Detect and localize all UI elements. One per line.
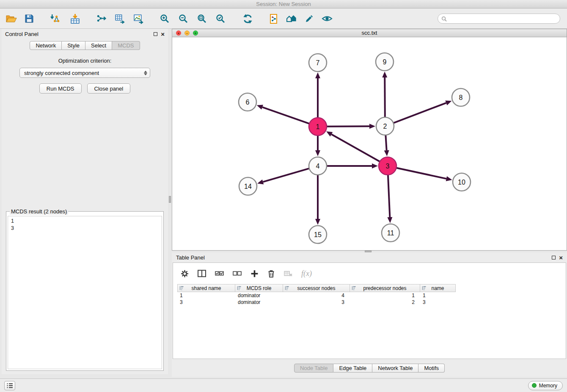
graph-edge-1-6[interactable]	[262, 107, 309, 124]
network-document-icon[interactable]	[267, 11, 281, 27]
show-column-panel-icon[interactable]	[198, 270, 206, 277]
node-table: shared nameMCDS rolesuccessor nodesprede…	[177, 284, 566, 306]
table-body: 1dominator4113dominator323	[177, 292, 566, 306]
minimize-window-icon[interactable]: −	[184, 30, 190, 36]
table-row[interactable]: 3dominator323	[177, 299, 566, 306]
tab-select[interactable]: Select	[85, 41, 112, 50]
show-all-networks-icon[interactable]	[284, 11, 299, 27]
optimization-select[interactable]: strongly connected component	[19, 68, 150, 78]
task-history-button[interactable]	[4, 381, 15, 390]
close-panel-icon[interactable]: ×	[161, 32, 165, 36]
close-window-icon[interactable]: ×	[176, 30, 181, 36]
refresh-icon[interactable]	[240, 11, 255, 27]
unselect-all-columns-icon[interactable]	[233, 270, 242, 277]
table-cell-successor_nodes: 4	[283, 292, 350, 299]
graph-edge-arrowhead	[257, 179, 264, 185]
create-column-plus-icon[interactable]	[250, 270, 259, 278]
delete-column-trash-icon[interactable]	[267, 270, 275, 278]
delete-table-icon	[284, 270, 292, 277]
run-mcds-button[interactable]: Run MCDS	[39, 83, 82, 94]
control-panel-tabbar: NetworkStyleSelectMCDS	[2, 39, 168, 50]
optimization-criterion-label: Optimization criterion:	[2, 58, 168, 64]
tab-motifs[interactable]: Motifs	[418, 364, 445, 373]
table-cell-predecessor_nodes: 2	[350, 299, 420, 306]
maximize-window-icon[interactable]: +	[193, 30, 198, 36]
graph-edge-2-9[interactable]	[385, 77, 385, 117]
memory-button[interactable]: Memory	[528, 381, 563, 390]
select-all-columns-icon[interactable]	[215, 270, 224, 277]
close-panel-button[interactable]: Close panel	[87, 83, 131, 94]
tab-network-table[interactable]: Network Table	[372, 364, 418, 373]
status-bar: Memory	[0, 378, 567, 392]
import-table-icon[interactable]	[68, 11, 82, 27]
column-header-shared_name[interactable]: shared name	[177, 284, 235, 292]
graph-edge-3-10[interactable]	[396, 168, 446, 179]
apply-style-icon[interactable]	[302, 11, 317, 27]
graph-edge-arrowhead	[369, 124, 375, 129]
graph-edge-4-14[interactable]	[263, 168, 309, 182]
export-image-icon[interactable]	[131, 11, 146, 27]
tab-node-table[interactable]: Node Table	[294, 364, 334, 373]
sort-icon[interactable]	[285, 286, 289, 292]
sort-icon[interactable]	[422, 286, 427, 292]
float-panel-icon[interactable]	[154, 32, 157, 36]
zoom-out-icon[interactable]	[176, 11, 190, 27]
close-table-panel-icon[interactable]: ×	[559, 256, 563, 259]
sort-icon[interactable]	[352, 286, 356, 292]
graph-edge-2-8[interactable]	[394, 103, 446, 123]
export-network-icon[interactable]	[94, 11, 108, 27]
zoom-selected-icon[interactable]	[213, 11, 228, 27]
export-table-icon[interactable]	[113, 11, 127, 27]
tab-mcds[interactable]: MCDS	[112, 41, 140, 50]
save-session-icon[interactable]	[22, 11, 36, 27]
graph-node-label: 9	[383, 58, 387, 66]
memory-label: Memory	[539, 383, 557, 389]
sort-icon[interactable]	[237, 286, 242, 292]
zoom-in-icon[interactable]	[157, 11, 172, 27]
column-header-name[interactable]: name	[420, 284, 456, 292]
table-cell-name: 1	[420, 292, 456, 299]
zoom-fit-icon[interactable]	[195, 11, 209, 27]
network-canvas[interactable]: 7968124314101511	[172, 37, 567, 250]
open-session-icon[interactable]	[4, 11, 19, 27]
graph-edge-arrowhead	[315, 150, 320, 156]
mcds-result-list[interactable]: 13	[8, 216, 162, 369]
network-window: × − + scc.txt 7968124314101511	[172, 29, 567, 251]
search-box[interactable]	[438, 14, 560, 24]
table-cell-mcds_role: dominator	[235, 292, 283, 299]
table-row[interactable]: 1dominator411	[177, 292, 566, 299]
graph-edge-2-3[interactable]	[385, 135, 386, 150]
column-header-predecessor_nodes[interactable]: predecessor nodes	[350, 284, 420, 292]
graph-node-label: 10	[458, 179, 465, 186]
tab-edge-table[interactable]: Edge Table	[333, 364, 372, 373]
graph-edge-3-1[interactable]	[331, 134, 380, 162]
sort-icon[interactable]	[179, 286, 184, 292]
function-builder-icon: f(x)	[301, 269, 312, 278]
graph-edge-arrowhead	[445, 101, 451, 105]
control-panel: Control Panel × NetworkStyleSelectMCDS O…	[2, 29, 168, 374]
import-network-icon[interactable]	[47, 11, 62, 27]
column-header-label: predecessor nodes	[363, 285, 406, 291]
eye-icon[interactable]	[320, 11, 334, 27]
table-settings-gear-icon[interactable]	[181, 270, 189, 278]
graph-edge-1-2[interactable]	[327, 126, 369, 127]
table-header-row: shared nameMCDS rolesuccessor nodesprede…	[177, 284, 566, 292]
memory-status-icon	[532, 383, 537, 388]
vertical-splitter-handle[interactable]	[169, 196, 171, 203]
mcds-result-line: 3	[11, 225, 159, 232]
table-cell-shared_name: 3	[177, 299, 235, 306]
tab-network[interactable]: Network	[30, 41, 62, 50]
main-toolbar	[0, 9, 567, 29]
graph-edge-arrowhead	[315, 72, 320, 78]
column-header-successor_nodes[interactable]: successor nodes	[283, 284, 350, 292]
table-panel-header: Table Panel ×	[172, 252, 567, 262]
graph-node-label: 1	[316, 123, 320, 130]
column-header-mcds_role[interactable]: MCDS role	[235, 284, 283, 292]
float-table-panel-icon[interactable]	[552, 256, 556, 259]
table-toolbar: f(x)	[173, 263, 566, 284]
graph-edge-3-11[interactable]	[388, 175, 390, 217]
search-input[interactable]	[449, 16, 556, 22]
graph-edge-arrowhead	[382, 72, 387, 77]
tab-style[interactable]: Style	[62, 41, 85, 50]
table-cell-successor_nodes: 3	[283, 299, 350, 306]
